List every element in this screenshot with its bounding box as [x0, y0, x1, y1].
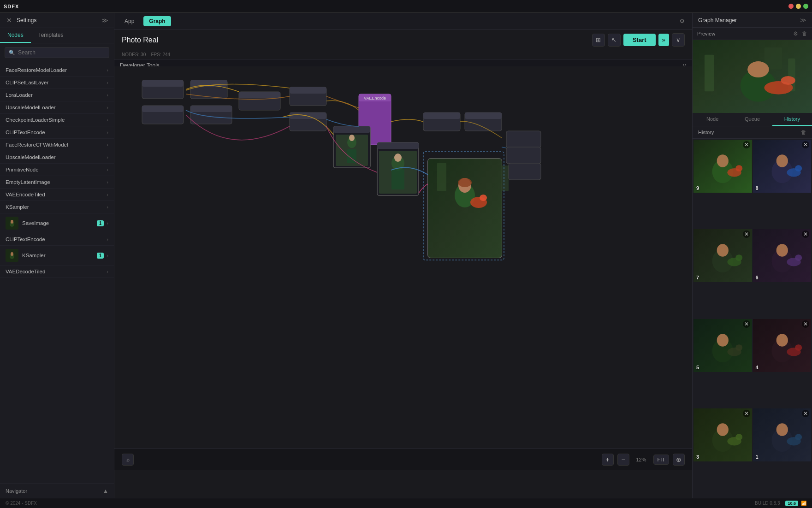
zoom-out-btn[interactable]: − [617, 454, 629, 466]
minimize-window-btn[interactable] [796, 4, 801, 9]
svg-rect-46 [423, 112, 460, 119]
right-panel: Graph Manager ≫ Preview ⚙ 🗑 [692, 13, 812, 498]
node-list-item[interactable]: KSampler› [0, 201, 114, 213]
history-item[interactable]: 8 ✕ [753, 140, 812, 193]
more-options-btn[interactable]: » [658, 34, 669, 46]
svg-point-28 [349, 135, 355, 141]
top-bar: SDFX [0, 0, 812, 13]
right-panel-settings-btn[interactable]: ≫ [800, 17, 806, 24]
window-controls [788, 4, 808, 9]
search-icon: 🔍 [9, 50, 15, 56]
svg-point-44 [480, 195, 487, 201]
node-item-label: LoraLoader [6, 92, 107, 98]
graph-manager-title: Graph Manager [698, 17, 737, 24]
history-trash-btn[interactable]: 🗑 [801, 129, 806, 136]
svg-rect-48 [465, 112, 502, 119]
node-list-item[interactable]: KSampler1› [0, 246, 114, 266]
navigator-toggle[interactable]: ▲ [103, 488, 108, 494]
node-item-label: CLIPTextEncode [6, 130, 107, 135]
graph-canvas[interactable]: VAEEncode [114, 66, 692, 470]
tab-templates[interactable]: Templates [31, 28, 71, 43]
fit-btn[interactable]: FIT [653, 455, 670, 465]
node-item-arrow-icon: › [107, 204, 108, 210]
collapse-left-panel-btn[interactable]: ≫ [101, 17, 108, 24]
right-panel-actions: ≫ [800, 17, 806, 24]
history-item-close-btn[interactable]: ✕ [743, 230, 750, 238]
history-item[interactable]: 7 ✕ [693, 229, 752, 282]
zoom-reset-btn[interactable]: ⊕ [673, 454, 685, 466]
node-list-item[interactable]: UpscaleModelLoader› [0, 101, 114, 114]
svg-rect-54 [705, 55, 714, 92]
left-footer: Navigator ▲ [0, 484, 114, 498]
preview-settings-btn[interactable]: ⚙ [793, 30, 798, 37]
history-item[interactable]: 1 ✕ [753, 408, 812, 461]
svg-point-63 [717, 154, 729, 167]
close-left-panel-btn[interactable]: ✕ [6, 17, 13, 24]
history-item-num: 8 [756, 185, 759, 191]
node-list-item[interactable]: LoraLoader› [0, 89, 114, 101]
svg-point-42 [458, 178, 472, 187]
node-list: FaceRestoreModelLoader›CLIPSetLastLayer›… [0, 62, 114, 484]
node-item-arrow-icon: › [107, 154, 108, 160]
nav-graph-btn[interactable]: Graph [143, 16, 171, 26]
svg-point-88 [776, 334, 788, 347]
node-item-label: PrimitiveNode [6, 167, 107, 172]
svg-rect-35 [391, 169, 404, 189]
node-item-label: EmptyLatentImage [6, 179, 107, 185]
node-item-label: FaceRestoreModelLoader [6, 67, 107, 73]
history-header: History 🗑 [693, 126, 812, 139]
search-graph-btn[interactable]: ⌕ [122, 454, 134, 466]
history-item-close-btn[interactable]: ✕ [743, 141, 750, 148]
history-item[interactable]: 9 ✕ [693, 140, 752, 193]
node-item-arrow-icon: › [107, 192, 108, 197]
preview-art [693, 40, 812, 113]
svg-point-80 [795, 254, 802, 261]
node-list-item[interactable]: CLIPTextEncode› [0, 233, 114, 246]
node-list-item[interactable]: FaceRestoreCFWithModel› [0, 139, 114, 151]
start-btn[interactable]: Start [623, 34, 656, 46]
graph-tools: ⊞ ↖ Start » ∨ [592, 33, 685, 47]
zoom-in-btn[interactable]: + [602, 454, 614, 466]
tab-nodes[interactable]: Nodes [0, 28, 31, 43]
history-item-close-btn[interactable]: ✕ [743, 320, 750, 328]
history-item-close-btn[interactable]: ✕ [802, 410, 809, 417]
svg-point-58 [747, 61, 769, 77]
cursor-tool-btn[interactable]: ↖ [608, 34, 621, 47]
node-list-item[interactable]: CheckpointLoaderSimple› [0, 114, 114, 126]
wifi-icon: 📶 [801, 501, 806, 506]
close-window-btn[interactable] [788, 4, 794, 9]
right-tab-queue[interactable]: Queue [732, 113, 772, 126]
node-list-item[interactable]: UpscaleModelLoader› [0, 151, 114, 164]
search-input[interactable] [18, 49, 105, 56]
history-item-close-btn[interactable]: ✕ [743, 410, 750, 417]
node-list-item[interactable]: VAEEncodeTiled› [0, 189, 114, 201]
history-item-close-btn[interactable]: ✕ [802, 141, 809, 148]
node-list-item[interactable]: PrimitiveNode› [0, 164, 114, 176]
preview-delete-btn[interactable]: 🗑 [802, 30, 807, 37]
version-badge: 10.6 [785, 501, 798, 506]
right-tab-node[interactable]: Node [693, 113, 732, 126]
node-item-arrow-icon: › [107, 179, 108, 185]
history-item-close-btn[interactable]: ✕ [802, 320, 809, 328]
expand-btn[interactable]: ∨ [672, 33, 685, 47]
node-item-label: KSampler [6, 204, 107, 210]
node-item-label: KSampler [22, 253, 97, 258]
nav-app-btn[interactable]: App [119, 16, 140, 26]
history-item[interactable]: 3 ✕ [693, 408, 752, 461]
right-tab-history[interactable]: History [772, 113, 812, 126]
graph-bottom-bar: ⌕ + − 12% FIT ⊕ [114, 448, 692, 470]
svg-point-78 [776, 244, 788, 257]
maximize-window-btn[interactable] [803, 4, 808, 9]
history-item-num: 9 [696, 185, 699, 191]
settings-gear-btn[interactable]: ⚙ [676, 16, 688, 27]
node-list-item[interactable]: SaveImage1› [0, 213, 114, 233]
node-list-item[interactable]: CLIPSetLastLayer› [0, 77, 114, 89]
grid-tool-btn[interactable]: ⊞ [592, 34, 605, 47]
node-list-item[interactable]: FaceRestoreModelLoader› [0, 64, 114, 77]
history-item[interactable]: 6 ✕ [753, 229, 812, 282]
node-list-item[interactable]: VAEDecodeTiled› [0, 266, 114, 278]
history-item[interactable]: 5 ✕ [693, 319, 752, 372]
node-list-item[interactable]: CLIPTextEncode› [0, 126, 114, 139]
history-item[interactable]: 4 ✕ [753, 319, 812, 372]
node-list-item[interactable]: EmptyLatentImage› [0, 176, 114, 189]
